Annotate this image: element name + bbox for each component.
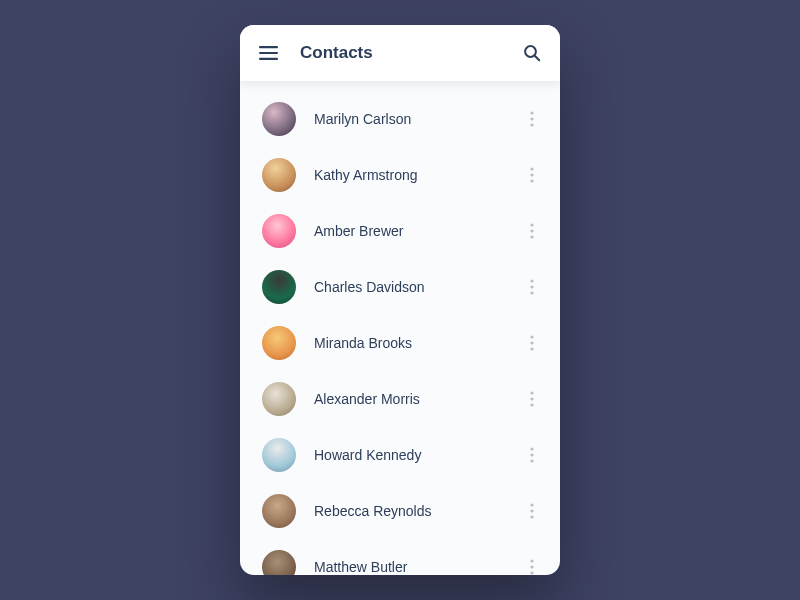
svg-point-31 <box>530 571 533 574</box>
svg-point-27 <box>530 509 533 512</box>
svg-point-7 <box>530 123 533 126</box>
contact-row[interactable]: Matthew Butler <box>240 539 560 575</box>
contact-name: Rebecca Reynolds <box>314 503 522 519</box>
contact-name: Marilyn Carlson <box>314 111 522 127</box>
contact-row[interactable]: Rebecca Reynolds <box>240 483 560 539</box>
more-vert-icon <box>530 503 534 519</box>
menu-button[interactable] <box>254 39 282 67</box>
contact-name: Miranda Brooks <box>314 335 522 351</box>
more-button[interactable] <box>522 217 542 245</box>
contact-row[interactable]: Amber Brewer <box>240 203 560 259</box>
svg-point-25 <box>530 459 533 462</box>
contact-row[interactable]: Kathy Armstrong <box>240 147 560 203</box>
more-button[interactable] <box>522 105 542 133</box>
svg-point-23 <box>530 447 533 450</box>
avatar <box>262 438 296 472</box>
contacts-list[interactable]: Marilyn Carlson Kathy Armstrong Amber Br… <box>240 81 560 575</box>
svg-point-16 <box>530 291 533 294</box>
contact-row[interactable]: Charles Davidson <box>240 259 560 315</box>
more-vert-icon <box>530 223 534 239</box>
avatar <box>262 326 296 360</box>
app-frame: Contacts Marilyn Carlson Kathy Armstrong <box>240 25 560 575</box>
more-button[interactable] <box>522 441 542 469</box>
more-button[interactable] <box>522 497 542 525</box>
svg-point-10 <box>530 179 533 182</box>
svg-point-13 <box>530 235 533 238</box>
more-vert-icon <box>530 111 534 127</box>
search-button[interactable] <box>518 39 546 67</box>
svg-point-24 <box>530 453 533 456</box>
more-button[interactable] <box>522 273 542 301</box>
svg-rect-1 <box>259 52 278 54</box>
contact-row[interactable]: Howard Kennedy <box>240 427 560 483</box>
more-vert-icon <box>530 559 534 575</box>
svg-point-15 <box>530 285 533 288</box>
contact-row[interactable]: Alexander Morris <box>240 371 560 427</box>
svg-point-14 <box>530 279 533 282</box>
contact-row[interactable]: Marilyn Carlson <box>240 91 560 147</box>
svg-point-17 <box>530 335 533 338</box>
svg-point-18 <box>530 341 533 344</box>
contact-name: Kathy Armstrong <box>314 167 522 183</box>
contact-name: Matthew Butler <box>314 559 522 575</box>
svg-point-6 <box>530 117 533 120</box>
app-bar: Contacts <box>240 25 560 81</box>
svg-point-20 <box>530 391 533 394</box>
more-vert-icon <box>530 167 534 183</box>
svg-point-11 <box>530 223 533 226</box>
avatar <box>262 382 296 416</box>
contact-name: Charles Davidson <box>314 279 522 295</box>
svg-point-30 <box>530 565 533 568</box>
avatar <box>262 214 296 248</box>
contact-name: Alexander Morris <box>314 391 522 407</box>
hamburger-icon <box>259 46 278 60</box>
page-title: Contacts <box>300 43 518 63</box>
contact-row[interactable]: Miranda Brooks <box>240 315 560 371</box>
more-vert-icon <box>530 391 534 407</box>
avatar <box>262 550 296 575</box>
search-icon <box>523 44 541 62</box>
svg-rect-2 <box>259 58 278 60</box>
avatar <box>262 158 296 192</box>
svg-point-26 <box>530 503 533 506</box>
svg-line-4 <box>535 56 539 60</box>
contact-name: Amber Brewer <box>314 223 522 239</box>
more-button[interactable] <box>522 161 542 189</box>
more-vert-icon <box>530 279 534 295</box>
svg-point-5 <box>530 111 533 114</box>
svg-point-12 <box>530 229 533 232</box>
more-vert-icon <box>530 335 534 351</box>
more-button[interactable] <box>522 553 542 575</box>
svg-point-19 <box>530 347 533 350</box>
svg-rect-0 <box>259 46 278 48</box>
more-button[interactable] <box>522 385 542 413</box>
more-button[interactable] <box>522 329 542 357</box>
contact-name: Howard Kennedy <box>314 447 522 463</box>
svg-point-28 <box>530 515 533 518</box>
avatar <box>262 494 296 528</box>
more-vert-icon <box>530 447 534 463</box>
svg-point-22 <box>530 403 533 406</box>
svg-point-29 <box>530 559 533 562</box>
avatar <box>262 270 296 304</box>
avatar <box>262 102 296 136</box>
svg-point-3 <box>525 46 536 57</box>
svg-point-8 <box>530 167 533 170</box>
svg-point-9 <box>530 173 533 176</box>
svg-point-21 <box>530 397 533 400</box>
